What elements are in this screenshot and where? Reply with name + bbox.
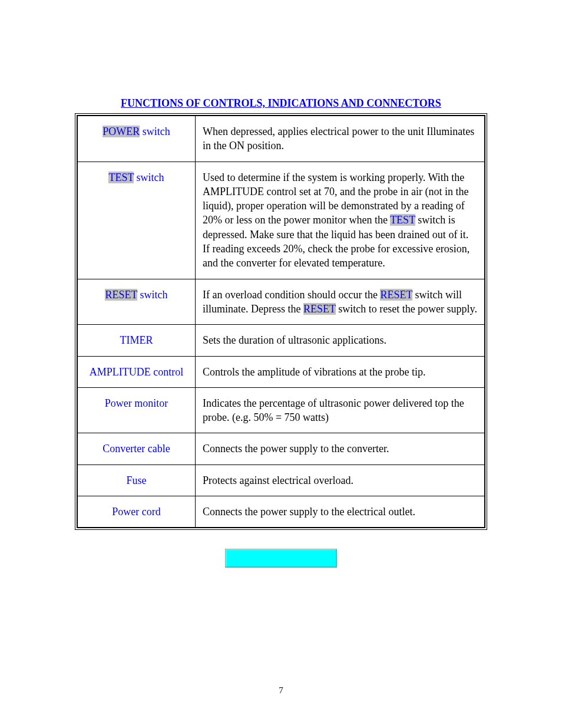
- label-plain: TIMER: [120, 334, 153, 346]
- control-description: When depressed, applies electrical power…: [196, 116, 485, 162]
- control-description: Protects against electrical overload.: [196, 465, 485, 496]
- table-row: TIMERSets the duration of ultrasonic app…: [78, 325, 485, 356]
- table-row: FuseProtects against electrical overload…: [78, 465, 485, 496]
- table-row: Converter cableConnects the power supply…: [78, 433, 485, 465]
- control-description: Controls the amplitude of vibrations at …: [196, 356, 485, 387]
- label-plain: AMPLITUDE control: [90, 366, 183, 378]
- control-description: Sets the duration of ultrasonic applicat…: [196, 325, 485, 356]
- control-label: TEST switch: [78, 162, 196, 279]
- control-label: Fuse: [78, 465, 196, 496]
- controls-table-wrap: POWER switchWhen depressed, applies elec…: [75, 113, 487, 530]
- label-rest: switch: [137, 289, 168, 301]
- table-row: Power monitorIndicates the percentage of…: [78, 387, 485, 433]
- section-heading: FUNCTIONS OF CONTROLS, INDICATIONS AND C…: [0, 97, 562, 110]
- table-row: Power cordConnects the power supply to t…: [78, 496, 485, 528]
- control-description: Connects the power supply to the electri…: [196, 496, 485, 528]
- label-highlight: POWER: [103, 126, 140, 137]
- control-label: RESET switch: [78, 279, 196, 325]
- control-description: If an overload condition should occur th…: [196, 279, 485, 325]
- control-label: Converter cable: [78, 433, 196, 465]
- label-plain: Power cord: [112, 506, 160, 518]
- label-rest: switch: [134, 172, 164, 183]
- label-plain: Converter cable: [103, 443, 170, 454]
- table-row: RESET switchIf an overload condition sho…: [78, 279, 485, 325]
- label-plain: Fuse: [126, 475, 146, 486]
- control-description: Indicates the percentage of ultrasonic p…: [196, 387, 485, 433]
- control-description: Connects the power supply to the convert…: [196, 433, 485, 465]
- page-number: 7: [0, 686, 562, 696]
- control-label: Power cord: [78, 496, 196, 528]
- control-description: Used to determine if the system is worki…: [196, 162, 485, 279]
- label-plain: Power monitor: [105, 397, 168, 409]
- controls-table: POWER switchWhen depressed, applies elec…: [77, 116, 485, 528]
- table-row: TEST switchUsed to determine if the syst…: [78, 162, 485, 279]
- control-label: POWER switch: [78, 116, 196, 162]
- label-highlight: RESET: [105, 289, 137, 301]
- control-label: AMPLITUDE control: [78, 356, 196, 387]
- table-row: AMPLITUDE controlControls the amplitude …: [78, 356, 485, 387]
- label-rest: switch: [140, 126, 170, 137]
- cyan-box: [225, 549, 337, 568]
- label-highlight: TEST: [108, 172, 134, 183]
- table-row: POWER switchWhen depressed, applies elec…: [78, 116, 485, 162]
- control-label: Power monitor: [78, 387, 196, 433]
- control-label: TIMER: [78, 325, 196, 356]
